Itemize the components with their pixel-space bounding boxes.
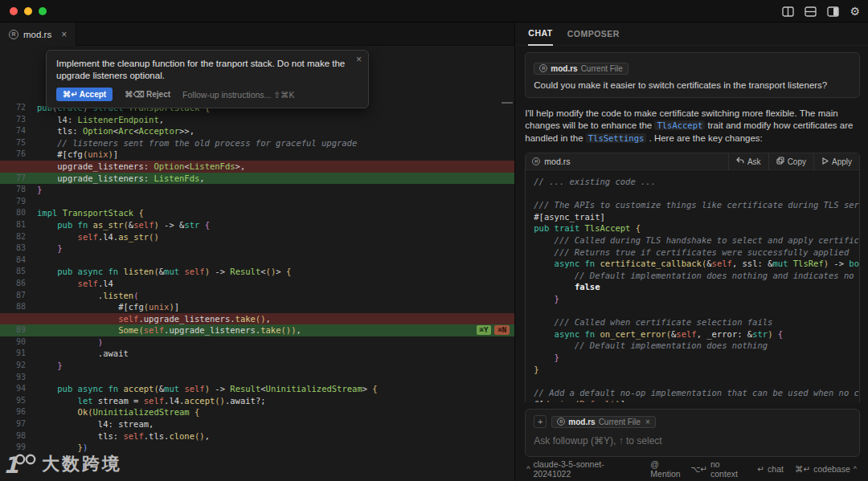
settings-gear-icon[interactable]: ⚙: [850, 6, 860, 17]
zoom-window-icon[interactable]: [39, 7, 47, 15]
accept-button[interactable]: ⌘↵ Accept: [56, 88, 113, 101]
line-number: 95: [0, 395, 37, 407]
inline-code: TlsAccept: [654, 120, 705, 130]
line-number: 88: [0, 301, 37, 313]
code-line: // ... existing code ...: [534, 176, 859, 188]
traffic-lights[interactable]: [10, 7, 47, 15]
tab-label: mod.rs: [23, 30, 51, 39]
code-block-header: R mod.rs AskCopyApply: [526, 153, 859, 170]
model-selector[interactable]: ^ claude-3-5-sonnet-20241022: [526, 459, 639, 479]
codebase-button[interactable]: ⌘↵codebase^: [795, 464, 857, 474]
code-line: // Default implementation does nothing: [534, 340, 859, 352]
code-block-actions: AskCopyApply: [728, 153, 859, 170]
chat-footer: ^ claude-3-5-sonnet-20241022 @ Mention ⌥…: [515, 457, 868, 481]
code-line: }: [534, 352, 859, 364]
code-block-body[interactable]: // ... existing code ... /// The APIs to…: [526, 170, 859, 402]
editor-body[interactable]: Implement the cleanup function for the t…: [0, 46, 514, 481]
code-line: 95 let stream = self.l4.accept().await?;: [0, 395, 514, 407]
code-line: 87 .listen(: [0, 290, 514, 302]
line-number: 79: [0, 196, 37, 208]
code-line: 73 l4: ListenerEndpoint,: [0, 114, 514, 126]
ask-button[interactable]: Ask: [728, 153, 768, 170]
code-line: 84: [0, 255, 514, 267]
rust-file-icon: R: [532, 157, 540, 165]
line-number: 82: [0, 231, 37, 243]
chevron-up-icon: ^: [526, 465, 530, 473]
apply-button[interactable]: Apply: [813, 153, 859, 170]
tab-composer[interactable]: COMPOSER: [567, 22, 620, 46]
copy-button[interactable]: Copy: [768, 153, 813, 170]
reject-button[interactable]: ⌘⌫ Reject: [125, 90, 170, 99]
chat-input-placeholder[interactable]: Ask followup (⌘Y), ↑ to select: [534, 435, 851, 446]
code-line: 90 ): [0, 336, 514, 349]
split-editor-horizontal-icon[interactable]: [805, 6, 817, 17]
line-number: 86: [0, 278, 37, 290]
code-line: 86 self.l4: [0, 278, 514, 290]
followup-instructions-input[interactable]: Follow-up instructions... ⇧⌘K: [182, 90, 295, 100]
code-line: pub trait TlsAccept {: [534, 222, 859, 234]
code-line: 91 .await: [0, 348, 514, 360]
copy-icon: [776, 157, 784, 166]
code-line: 89 Some(self.upgrade_listeners.take()),⌘…: [0, 324, 514, 336]
code-line: /// The APIs to customize things like ce…: [534, 199, 859, 211]
code-line: 79: [0, 196, 514, 208]
line-number: 83: [0, 243, 37, 255]
rust-file-icon: R: [539, 64, 547, 72]
assistant-message-text: I'll help modify the code to make certif…: [525, 108, 858, 145]
line-number: [0, 161, 37, 173]
editor-tabbar: R mod.rs ×: [0, 22, 514, 46]
line-number: 81: [0, 219, 37, 231]
code-area[interactable]: 72pub(crate) struct TransportStack {73 l…: [0, 102, 514, 454]
user-message: R mod.rs Current File Could you make it …: [525, 52, 860, 98]
code-line: }: [534, 364, 859, 376]
inline-code: TlsSettings: [586, 133, 647, 143]
watermark-logo-icon: 1: [3, 452, 37, 476]
line-number: 96: [0, 406, 37, 418]
code-line: 96 Ok(UninitializedStream {: [0, 406, 514, 418]
line-number: 87: [0, 290, 37, 302]
code-line: /// Called during TLS handshake to selec…: [534, 234, 859, 247]
split-editor-vertical-icon[interactable]: [782, 6, 794, 17]
chat-button[interactable]: ↵chat: [757, 464, 784, 474]
line-number: 75: [0, 137, 37, 149]
code-line: self.upgrade_listeners.take(),: [0, 313, 514, 325]
chip-filename: mod.rs: [568, 418, 595, 426]
code-line: 94 pub async fn accept(&mut self) -> Res…: [0, 383, 514, 395]
code-line: // Default implementation does nothing a…: [534, 270, 859, 282]
tab-close-icon[interactable]: ×: [61, 29, 67, 40]
chat-pane: CHAT COMPOSER R mod.rs Current File Coul…: [514, 22, 868, 481]
accept-hunk-badge[interactable]: ⌘Y: [477, 325, 492, 335]
add-context-button[interactable]: +: [534, 415, 547, 428]
model-name: claude-3-5-sonnet-20241022: [534, 459, 640, 479]
chip-meta: Current File: [599, 418, 641, 426]
code-line: 82 self.l4.as_str(): [0, 231, 514, 243]
minimize-window-icon[interactable]: [24, 7, 32, 15]
code-line: // Add a default no-op implementation th…: [534, 387, 859, 399]
line-number: 78: [0, 184, 37, 196]
chat-tabbar: CHAT COMPOSER: [515, 22, 868, 46]
mention-button[interactable]: @ Mention: [650, 459, 690, 479]
input-context-file-chip[interactable]: R mod.rs Current File ×: [551, 416, 655, 428]
chip-remove-icon[interactable]: ×: [645, 418, 650, 426]
line-number: 76: [0, 149, 37, 161]
chat-message-list[interactable]: R mod.rs Current File Could you make it …: [515, 46, 868, 402]
editor-pane: R mod.rs × Implement the cleanup functio…: [0, 22, 514, 481]
chip-meta: Current File: [581, 64, 623, 73]
line-number: 98: [0, 430, 37, 442]
code-line: async fn certificate_callback(&self, ssl…: [534, 258, 859, 270]
no-context-button[interactable]: ⌥↵no context: [690, 459, 746, 479]
inline-prompt-close-icon[interactable]: ×: [356, 54, 362, 65]
context-file-chip[interactable]: R mod.rs Current File: [534, 63, 628, 75]
close-window-icon[interactable]: [10, 7, 18, 15]
tab-mod-rs[interactable]: R mod.rs ×: [0, 22, 76, 46]
line-number: 85: [0, 266, 37, 278]
chevron-up-icon: ^: [854, 465, 857, 473]
reject-hunk-badge[interactable]: ⌘N: [494, 325, 510, 335]
line-number: 84: [0, 255, 37, 267]
chat-input[interactable]: + R mod.rs Current File × Ask followup (…: [525, 409, 860, 457]
line-number: 74: [0, 125, 37, 137]
toggle-right-panel-icon[interactable]: [827, 6, 839, 17]
assistant-code-block: R mod.rs AskCopyApply // ... existing co…: [525, 153, 860, 402]
code-line: 74 tls: Option<Arc<Acceptor>>,: [0, 125, 514, 137]
tab-chat[interactable]: CHAT: [528, 22, 552, 46]
